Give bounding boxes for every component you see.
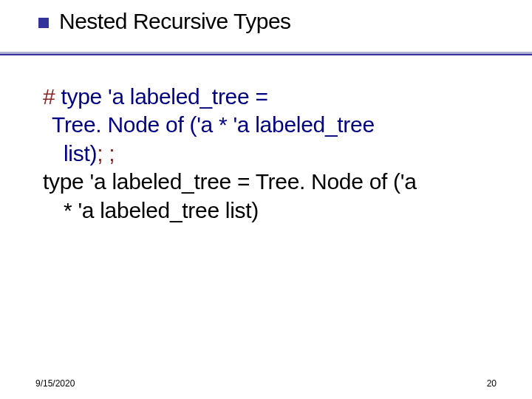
title-row: Nested Recursive Types — [38, 9, 502, 34]
code-line-1: # type 'a labeled_tree = — [43, 83, 488, 111]
code-line-3-post: ; ; — [97, 141, 115, 166]
slide-title: Nested Recursive Types — [59, 9, 291, 34]
prompt-hash: # — [43, 84, 55, 109]
code-line-3-pre: list) — [64, 141, 97, 166]
code-line-2: Tree. Node of ('a * 'a labeled_tree — [43, 111, 488, 139]
code-line-3: list); ; — [43, 140, 488, 168]
slide: Nested Recursive Types # type 'a labeled… — [0, 0, 532, 399]
code-line-4: type 'a labeled_tree = Tree. Node of ('a — [43, 168, 488, 196]
code-line-5: * 'a labeled_tree list) — [43, 197, 488, 225]
footer-page-number: 20 — [487, 378, 497, 389]
code-line-1-text: type 'a labeled_tree = — [55, 84, 267, 109]
slide-body: # type 'a labeled_tree = Tree. Node of (… — [43, 83, 488, 225]
footer-date: 9/15/2020 — [35, 378, 75, 389]
title-bullet-icon — [38, 18, 49, 28]
title-divider — [0, 52, 532, 56]
